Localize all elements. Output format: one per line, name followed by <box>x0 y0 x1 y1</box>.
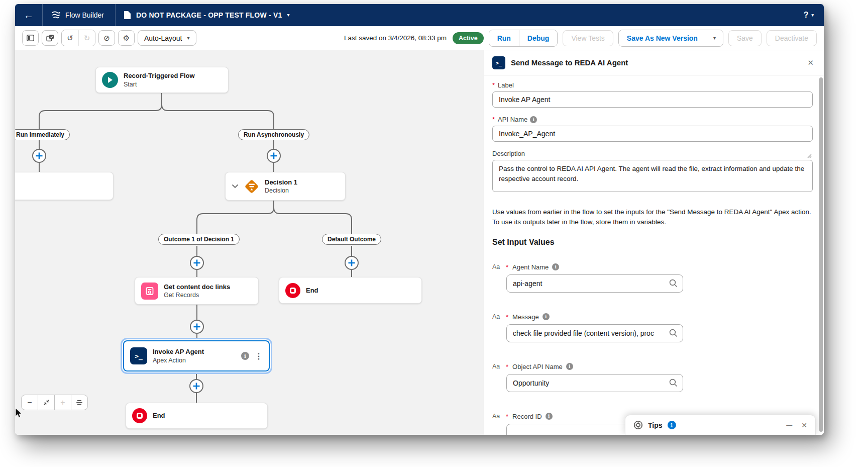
undo-button[interactable]: ↺ <box>62 30 78 46</box>
search-icon[interactable] <box>669 328 678 338</box>
start-node-title: Record-Triggered Flow <box>124 71 195 80</box>
flow-connectors <box>15 50 484 435</box>
node-menu-icon[interactable]: ⋮ <box>255 351 263 361</box>
api-name-info-icon[interactable]: i <box>530 116 537 123</box>
textarea-resize-handle[interactable] <box>807 154 812 158</box>
label-field-group: * Label <box>492 81 813 108</box>
object-api-name-input[interactable] <box>506 374 683 392</box>
agent-name-field-group: Aa * Agent Name i <box>492 263 813 293</box>
label-input[interactable] <box>492 91 813 108</box>
node-info-icon[interactable]: i <box>241 352 249 360</box>
status-badge: Active <box>453 32 484 44</box>
disable-flow-button[interactable]: ⊘ <box>98 30 115 46</box>
apex-action-icon: >_ <box>130 347 147 364</box>
message-info-icon[interactable]: i <box>542 313 550 320</box>
message-field-group: Aa * Message i <box>492 313 813 342</box>
add-element-button[interactable] <box>190 256 203 269</box>
apex-node-subtitle: Apex Action <box>153 356 236 364</box>
run-button[interactable]: Run <box>489 30 519 46</box>
tips-dialog: Tips 1 — ✕ <box>625 415 816 435</box>
add-element-button[interactable] <box>190 320 203 333</box>
start-node[interactable]: Record-Triggered Flow Start <box>95 67 229 93</box>
branch-label-run-asynchronously[interactable]: Run Asynchronously <box>238 129 309 140</box>
outcome-label-default[interactable]: Default Outcome <box>322 234 381 245</box>
agent-name-input[interactable] <box>506 274 683 293</box>
record-id-info-icon[interactable]: i <box>546 413 553 420</box>
terminal-prompt-glyph: >_ <box>496 60 502 66</box>
decision-node[interactable]: Decision 1 Decision <box>225 172 346 201</box>
flow-title-menu[interactable]: DO NOT PACKAGE - OPP TEST FLOW - V1 ▾ <box>116 4 297 26</box>
toolbar-right-actions: Last saved on 3/4/2026, 08:33 pm Active … <box>344 30 817 47</box>
back-button[interactable]: ← <box>15 4 42 26</box>
panel-title: Send Message to REDA AI Agent <box>511 58 628 67</box>
minimize-icon[interactable]: — <box>786 422 792 429</box>
panel-header: >_ Send Message to REDA AI Agent ✕ <box>484 50 824 75</box>
info-glyph: i <box>244 353 246 359</box>
save-as-dropdown-button[interactable]: ▾ <box>706 30 723 46</box>
close-panel-button[interactable]: ✕ <box>805 56 816 69</box>
fit-view-icon <box>76 400 83 405</box>
zoom-out-button[interactable]: − <box>21 395 38 410</box>
apex-action-node-selected[interactable]: >_ Invoke AP Agent Apex Action i ⋮ <box>123 340 270 371</box>
decision-icon <box>243 177 261 196</box>
outcome-label-1[interactable]: Outcome 1 of Decision 1 <box>158 234 240 245</box>
debug-button[interactable]: Debug <box>519 30 558 46</box>
flow-title: DO NOT PACKAGE - OPP TEST FLOW - V1 <box>136 11 282 19</box>
tips-title: Tips <box>648 421 663 429</box>
save-as-new-version-button[interactable]: Save As New Version <box>619 30 706 46</box>
record-id-label: Record ID <box>512 413 542 420</box>
object-api-name-label: Object API Name <box>512 363 563 370</box>
zoom-in-button[interactable]: + <box>54 395 71 410</box>
info-glyph: i <box>569 364 570 369</box>
panel-help-text: Use values from earlier in the flow to s… <box>492 207 813 228</box>
close-icon[interactable]: ✕ <box>801 421 807 429</box>
document-icon <box>124 11 131 20</box>
collapse-chevron-icon[interactable] <box>232 184 239 189</box>
flow-builder-logo-icon <box>51 11 61 20</box>
object-api-name-field-group: Aa * Object API Name i <box>492 363 813 392</box>
top-navbar: ← Flow Builder DO NOT PACKAGE - OPP TEST… <box>15 4 824 26</box>
zoom-to-fit-button[interactable] <box>38 395 55 410</box>
add-element-button[interactable] <box>190 380 203 393</box>
branch-label-run-immediately[interactable]: Run Immediately <box>15 129 70 140</box>
deactivate-button[interactable]: Deactivate <box>767 30 817 46</box>
chevron-down-icon: ▾ <box>811 13 814 18</box>
save-as-group: Save As New Version ▾ <box>618 30 723 47</box>
view-tests-button[interactable]: View Tests <box>563 30 613 46</box>
reset-view-button[interactable] <box>71 395 88 410</box>
layout-mode-label: Auto-Layout <box>144 34 182 42</box>
flow-canvas[interactable]: Record-Triggered Flow Start Run Immediat… <box>15 50 484 435</box>
toggle-toolbox-button[interactable] <box>22 30 39 46</box>
search-icon[interactable] <box>669 378 678 388</box>
description-textarea[interactable]: Pass the control to REDA AI API Agent. T… <box>492 160 813 192</box>
text-type-icon: Aa <box>492 263 502 270</box>
layout-mode-dropdown[interactable]: Auto-Layout ▾ <box>138 30 196 46</box>
add-element-button[interactable] <box>33 149 46 162</box>
message-input[interactable] <box>506 324 683 342</box>
end-node-bottom[interactable]: End <box>126 403 268 429</box>
save-button[interactable]: Save <box>728 30 762 46</box>
clipped-element-node[interactable] <box>15 172 114 200</box>
required-marker: * <box>492 81 495 89</box>
redo-button[interactable]: ↻ <box>78 30 95 46</box>
required-marker: * <box>506 413 508 420</box>
add-element-button[interactable] <box>267 149 280 162</box>
agent-name-info-icon[interactable]: i <box>552 263 559 270</box>
screenshot-page: ← Flow Builder DO NOT PACKAGE - OPP TEST… <box>0 0 868 467</box>
object-api-name-info-icon[interactable]: i <box>566 363 573 370</box>
text-type-icon: Aa <box>492 413 502 420</box>
copy-elements-button[interactable] <box>42 30 58 46</box>
description-field-group: Description Pass the control to REDA AI … <box>492 150 813 194</box>
end-node-default-outcome[interactable]: End <box>279 277 422 304</box>
panel-toggle-icon <box>27 35 34 41</box>
api-name-input[interactable] <box>492 126 813 142</box>
get-records-node[interactable]: Get content doc links Get Records <box>135 277 259 305</box>
search-icon[interactable] <box>669 278 678 288</box>
flow-settings-button[interactable]: ⚙ <box>118 30 135 46</box>
run-debug-group: Run Debug <box>489 30 558 47</box>
panel-scrollbar[interactable] <box>819 77 823 432</box>
required-marker: * <box>492 116 495 123</box>
help-menu[interactable]: ? ▾ <box>804 11 824 20</box>
add-element-button[interactable] <box>345 256 358 269</box>
collapse-arrows-icon <box>43 399 50 406</box>
